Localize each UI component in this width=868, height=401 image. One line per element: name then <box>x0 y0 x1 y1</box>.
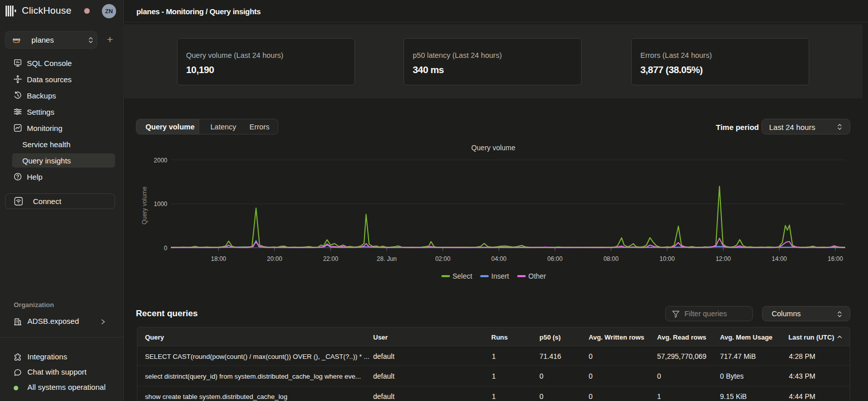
svg-text:18:00: 18:00 <box>211 255 226 262</box>
svg-text:20:00: 20:00 <box>267 255 282 262</box>
svg-text:0: 0 <box>164 245 167 252</box>
svg-text:06:00: 06:00 <box>548 255 563 262</box>
svg-text:Other: Other <box>528 272 546 280</box>
svg-text:aws: aws <box>13 37 20 42</box>
svg-text:2000: 2000 <box>154 157 167 164</box>
svg-text:10:00: 10:00 <box>660 255 675 262</box>
svg-text:Select: Select <box>453 272 473 280</box>
svg-text:02:00: 02:00 <box>435 255 450 262</box>
svg-text:28. Jun: 28. Jun <box>377 255 396 262</box>
svg-text:04:00: 04:00 <box>491 255 507 262</box>
svg-text:14:00: 14:00 <box>772 255 787 262</box>
svg-text:12:00: 12:00 <box>715 255 731 262</box>
svg-text:08:00: 08:00 <box>603 255 619 262</box>
svg-text:1000: 1000 <box>154 201 167 208</box>
svg-text:Query volume: Query volume <box>141 186 148 224</box>
svg-text:Insert: Insert <box>491 272 509 280</box>
svg-text:22:00: 22:00 <box>323 255 338 262</box>
svg-text:16:00: 16:00 <box>828 255 843 262</box>
